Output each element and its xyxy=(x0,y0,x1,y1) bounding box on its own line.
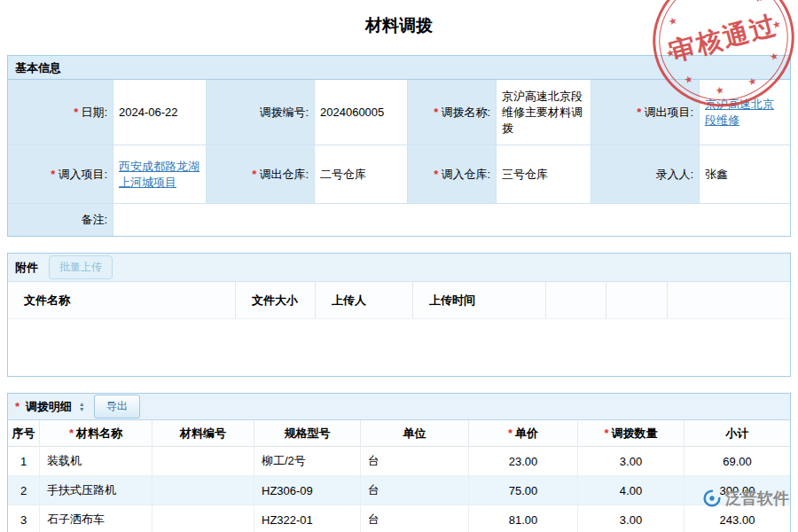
date-value: 2024-06-22 xyxy=(113,80,207,145)
in-warehouse-value: 三号仓库 xyxy=(497,145,591,204)
column-header-empty xyxy=(546,282,606,318)
cell-seq: 1 xyxy=(8,447,40,476)
attachments-table-header: 文件名称 文件大小 上传人 上传时间 xyxy=(8,282,790,319)
column-header-material-code: 材料编号 xyxy=(153,420,254,447)
cell-price: 81.00 xyxy=(469,505,578,532)
basic-info-header: 基本信息 xyxy=(8,56,790,80)
required-marker: * xyxy=(69,426,74,440)
remark-label: 备注: xyxy=(8,204,113,236)
column-header-subtotal: 小计 xyxy=(685,420,790,447)
cell-material-code xyxy=(153,476,254,505)
column-header-unit: 单位 xyxy=(361,420,469,447)
out-project-label: * 调出项目: xyxy=(591,80,700,145)
cell-seq: 2 xyxy=(8,476,40,505)
required-marker: * xyxy=(434,168,438,181)
cell-subtotal: 300.00 xyxy=(685,476,790,505)
out-warehouse-label: * 调出仓库: xyxy=(207,145,315,204)
cell-qty: 4.00 xyxy=(578,476,685,505)
required-marker: * xyxy=(15,400,20,413)
cell-subtotal: 243.00 xyxy=(685,505,790,532)
column-header-empty xyxy=(606,282,668,318)
required-marker: * xyxy=(434,106,438,119)
in-project-label: * 调入项目: xyxy=(8,145,113,204)
cell-material-name: 装载机 xyxy=(40,447,153,476)
cell-material-code xyxy=(153,447,254,476)
details-header: * 调拨明细 ▲▼ 导出 xyxy=(8,394,790,420)
cell-spec: HZ306-09 xyxy=(254,476,361,505)
cell-unit: 台 xyxy=(361,476,469,505)
basic-info-section: 基本信息 * 日期: 2024-06-22 调拨编号: 2024060005 *… xyxy=(7,55,791,237)
transfer-no-value: 2024060005 xyxy=(315,80,408,145)
column-header-upload-time: 上传时间 xyxy=(413,282,546,318)
export-button[interactable]: 导出 xyxy=(94,395,140,419)
date-label: * 日期: xyxy=(8,80,113,145)
column-header-spec: 规格型号 xyxy=(254,420,361,447)
attachments-title: 附件 xyxy=(15,260,38,276)
cell-price: 23.00 xyxy=(469,447,578,476)
column-header-file-name: 文件名称 xyxy=(8,282,236,318)
batch-upload-button[interactable]: 批量上传 xyxy=(49,255,113,279)
column-header-uploader: 上传人 xyxy=(316,282,413,318)
cell-qty: 3.00 xyxy=(578,505,685,532)
cell-subtotal: 69.00 xyxy=(685,447,790,476)
required-marker: * xyxy=(51,168,55,181)
cell-unit: 台 xyxy=(361,505,469,532)
recorder-value: 张鑫 xyxy=(700,145,790,204)
recorder-label: 录入人: xyxy=(591,145,700,204)
column-header-qty: * 调拨数量 xyxy=(578,420,685,447)
cell-spec: HZ322-01 xyxy=(254,505,361,532)
cell-material-name: 手扶式压路机 xyxy=(40,476,153,505)
column-header-file-size: 文件大小 xyxy=(236,282,316,318)
basic-info-title: 基本信息 xyxy=(15,56,61,80)
attachments-empty-body xyxy=(8,319,790,376)
attachments-header: 附件 批量上传 xyxy=(8,254,790,282)
transfer-name-value: 京沪高速北京段维修主要材料调拨 xyxy=(497,80,591,145)
details-section: * 调拨明细 ▲▼ 导出 序号 * 材料名称 材料编号 规格型号 单位 * 单价… xyxy=(7,393,791,532)
page-title: 材料调拨 xyxy=(0,0,798,48)
column-header-seq: 序号 xyxy=(8,420,40,447)
details-table: 序号 * 材料名称 材料编号 规格型号 单位 * 单价 * 调拨数量 小计 1 … xyxy=(8,420,790,532)
required-marker: * xyxy=(637,106,641,119)
details-title-wrap: * 调拨明细 xyxy=(15,399,72,415)
column-header-empty xyxy=(668,282,790,318)
required-marker: * xyxy=(508,426,512,440)
transfer-no-label: 调拨编号: xyxy=(207,80,315,145)
basic-info-grid: * 日期: 2024-06-22 调拨编号: 2024060005 * 调拨名称… xyxy=(8,80,790,236)
out-warehouse-value: 二号仓库 xyxy=(315,145,408,204)
details-title: 调拨明细 xyxy=(26,400,72,413)
in-project-link[interactable]: 西安成都路龙湖上河城项目 xyxy=(119,159,200,191)
cell-material-code xyxy=(153,505,254,532)
cell-seq: 3 xyxy=(8,505,40,532)
in-project-cell: 西安成都路龙湖上河城项目 xyxy=(113,145,207,204)
sort-icon[interactable]: ▲▼ xyxy=(79,402,85,412)
cell-unit: 台 xyxy=(361,447,469,476)
cell-price: 75.00 xyxy=(469,476,578,505)
column-header-material-name: * 材料名称 xyxy=(40,420,153,447)
cell-spec: 柳工/2号 xyxy=(254,447,361,476)
cell-qty: 3.00 xyxy=(578,447,685,476)
cell-material-name: 石子洒布车 xyxy=(40,505,153,532)
out-project-cell: 京沪高速北京段维修 xyxy=(700,80,790,145)
out-project-link[interactable]: 京沪高速北京段维修 xyxy=(705,97,785,129)
remark-value xyxy=(113,204,790,236)
required-marker: * xyxy=(252,168,256,181)
required-marker: * xyxy=(604,426,608,440)
required-marker: * xyxy=(74,106,78,119)
transfer-name-label: * 调拨名称: xyxy=(408,80,497,145)
attachments-section: 附件 批量上传 文件名称 文件大小 上传人 上传时间 xyxy=(7,253,791,377)
in-warehouse-label: * 调入仓库: xyxy=(408,145,497,204)
column-header-price: * 单价 xyxy=(469,420,578,447)
